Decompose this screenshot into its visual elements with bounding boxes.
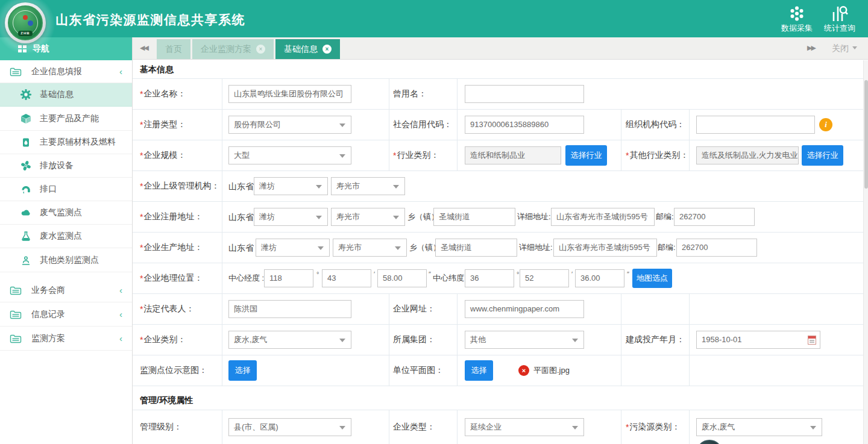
basic-info-form: 基本信息 *企业名称： 山东晨鸣纸业集团股份有限公司 曾用名： *注册类型： 股… xyxy=(133,60,863,444)
detail-address-input[interactable]: 山东省寿光市圣城街595号 xyxy=(551,208,655,226)
city-select[interactable]: 潍坊 xyxy=(256,239,330,257)
info-icon[interactable]: i xyxy=(819,118,832,131)
delete-file-icon[interactable]: × xyxy=(518,365,529,376)
company-type-select[interactable]: 废水,废气 xyxy=(228,331,351,349)
company-name-input[interactable]: 山东晨鸣纸业集团股份有限公司 xyxy=(228,85,351,103)
select-industry-button[interactable]: 选择行业 xyxy=(802,145,843,166)
caret-down-icon xyxy=(393,185,399,192)
tab-enterprise-monitor-plan[interactable]: 企业监测方案× xyxy=(192,39,274,59)
form-row: *法定代表人： 陈洪国 企业网址： www.chenmingpaper.com xyxy=(133,294,863,325)
manage-level-select[interactable]: 县(市、区属) xyxy=(228,418,351,436)
field-label: *污染源类别： xyxy=(621,410,689,444)
scale-select[interactable]: 大型 xyxy=(228,146,351,164)
close-tab-icon[interactable]: × xyxy=(256,45,265,54)
lat-sec-input[interactable]: 36.00 xyxy=(575,269,624,287)
sidebar-item-waste-gas[interactable]: 废气监测点 xyxy=(0,201,132,225)
county-select[interactable]: 寿光市 xyxy=(333,239,407,257)
sidebar-item-emission-equipment[interactable]: 排放设备 xyxy=(0,154,132,178)
city-select[interactable]: 潍坊 xyxy=(254,177,328,195)
caret-down-icon xyxy=(316,216,322,222)
field-label: 单位平面图： xyxy=(389,355,457,386)
statistics-query-button[interactable]: 统计查询 xyxy=(819,5,861,34)
lat-min-input[interactable]: 52 xyxy=(520,269,569,287)
choose-file-button[interactable]: 选择 xyxy=(228,360,257,381)
county-select[interactable]: 寿光市 xyxy=(331,208,405,226)
scroll-tabs-right-icon[interactable]: ▶▶ xyxy=(807,44,815,52)
caret-down-icon xyxy=(339,124,345,130)
scrollbar-thumb[interactable] xyxy=(864,80,868,189)
scroll-tabs-left-icon[interactable]: ◀◀ xyxy=(140,44,148,52)
former-name-input[interactable] xyxy=(465,85,584,103)
chevron-left-icon: ‹ xyxy=(119,309,122,319)
close-menu-button[interactable]: 关闭 xyxy=(832,43,857,54)
town-input[interactable]: 圣城街道 xyxy=(433,208,515,226)
data-collection-button[interactable]: 数据采集 xyxy=(776,5,818,34)
flask-icon xyxy=(20,231,31,242)
city-select[interactable]: 潍坊 xyxy=(254,208,328,226)
county-select[interactable]: 寿光市 xyxy=(331,177,405,195)
tab-basic-info[interactable]: 基础信息× xyxy=(275,39,340,59)
group-select[interactable]: 其他 xyxy=(465,331,584,349)
zip-label: 邮编: xyxy=(656,208,674,226)
select-industry-button[interactable]: 选择行业 xyxy=(565,145,607,166)
sidebar-item-enterprise-info[interactable]: 企业信息填报 ‹ xyxy=(0,60,132,83)
sidebar-item-waste-water[interactable]: 废水监测点 xyxy=(0,225,132,248)
sidebar-item-business[interactable]: 业务会商 ‹ xyxy=(0,278,132,302)
map-pick-button[interactable]: 地图选点 xyxy=(632,269,672,288)
dots-cluster-icon xyxy=(788,5,805,22)
build-date-input[interactable]: 1958-10-01 xyxy=(696,331,820,349)
section-title-admin: 管理/环境属性 xyxy=(133,386,863,410)
town-input[interactable]: 圣城街道 xyxy=(435,239,517,257)
sidebar-item-info-record[interactable]: 信息记录 ‹ xyxy=(0,302,132,327)
pollution-type-select[interactable]: 废水,废气 xyxy=(696,418,822,436)
field-label: *企业注册地址： xyxy=(133,202,222,232)
sidebar-item-outlet[interactable]: 排口 xyxy=(0,178,132,201)
field-label: 曾用名： xyxy=(389,79,457,109)
form-row: *注册类型： 股份有限公司 社会信用代码： 913700006135889860… xyxy=(133,110,863,140)
longitude-label: 中心经度 : xyxy=(228,269,264,287)
caret-down-icon xyxy=(339,154,345,161)
credit-code-input[interactable]: 913700006135889860 xyxy=(465,116,584,134)
zip-input[interactable]: 262700 xyxy=(674,208,755,226)
detail-address-input[interactable]: 山东省寿光市圣城街595号 xyxy=(553,239,657,257)
enterprise-type-select[interactable]: 延续企业 xyxy=(465,418,584,436)
sidebar-item-materials[interactable]: 主要原辅材料及燃料 xyxy=(0,131,132,154)
field-label: *法定代表人： xyxy=(133,294,222,324)
legal-person-input[interactable]: 陈洪国 xyxy=(228,300,351,318)
lng-min-input[interactable]: 43 xyxy=(322,269,371,287)
logo-band: ZHB xyxy=(18,31,33,36)
calendar-icon[interactable] xyxy=(808,336,816,345)
sidebar: 导航 企业信息填报 ‹ 基础信息 主要产品及产能 主要原辅材料及燃料 排放设备 … xyxy=(0,37,133,444)
lng-sec-input[interactable]: 58.00 xyxy=(377,269,427,287)
register-type-select[interactable]: 股份有限公司 xyxy=(228,116,351,134)
other-industry-input[interactable]: 造纸及纸制品业,火力发电业 xyxy=(696,146,799,164)
sidebar-item-other-monitor[interactable]: 其他类别监测点 xyxy=(0,248,132,272)
org-code-input[interactable] xyxy=(696,116,815,134)
person-pin-icon xyxy=(20,255,31,266)
logo-blue-dot xyxy=(28,20,33,26)
field-label: 所属集团： xyxy=(389,325,457,355)
website-input[interactable]: www.chenmingpaper.com xyxy=(465,300,584,318)
detail-address-label: 详细地址: xyxy=(517,208,551,226)
lng-deg-input[interactable]: 118 xyxy=(264,269,313,287)
field-label: 管理级别： xyxy=(133,410,222,444)
form-row: *企业生产地址： 山东省 潍坊 寿光市 乡（镇）: 圣城街道 详细地址: 山东省… xyxy=(133,233,863,263)
zip-input[interactable]: 262700 xyxy=(676,239,757,257)
tab-home[interactable]: 首页 xyxy=(157,39,190,59)
sidebar-item-monitor-plan[interactable]: 监测方案 ‹ xyxy=(0,327,132,351)
folder-icon xyxy=(10,309,22,320)
industry-input[interactable]: 造纸和纸制品业 xyxy=(465,146,561,164)
field-label: 企业网址： xyxy=(389,294,457,324)
lat-deg-input[interactable]: 36 xyxy=(465,269,514,287)
caret-down-icon xyxy=(810,426,816,433)
sidebar-item-basic-info[interactable]: 基础信息 xyxy=(0,83,132,107)
field-label: 建成投产年月： xyxy=(621,325,689,355)
choose-file-button[interactable]: 选择 xyxy=(465,360,493,381)
app-header: 山东省污染源监测信息共享系统 数据采集 统计查询 xyxy=(0,0,868,37)
section-title-basic: 基本信息 xyxy=(133,60,863,79)
close-tab-icon[interactable]: × xyxy=(322,45,332,54)
scrollbar[interactable] xyxy=(863,60,868,444)
sidebar-item-products[interactable]: 主要产品及产能 xyxy=(0,107,132,131)
zip-label: 邮编: xyxy=(658,239,676,257)
province-label: 山东省 xyxy=(228,239,254,257)
